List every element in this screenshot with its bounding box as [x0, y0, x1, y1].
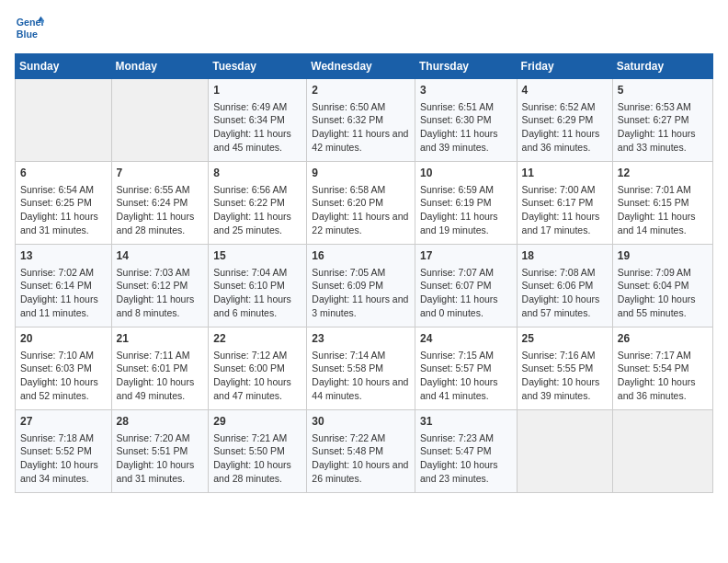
day-number: 7	[117, 166, 204, 181]
calendar-cell	[16, 79, 112, 162]
page-header: General Blue	[15, 15, 713, 44]
calendar-cell	[517, 410, 612, 493]
calendar-cell: 27Sunrise: 7:18 AMSunset: 5:52 PMDayligh…	[16, 410, 112, 493]
calendar-cell: 16Sunrise: 7:05 AMSunset: 6:09 PMDayligh…	[307, 245, 415, 327]
cell-content: Sunrise: 6:55 AMSunset: 6:24 PMDaylight:…	[117, 183, 204, 237]
cell-content: Sunrise: 7:15 AMSunset: 5:57 PMDaylight:…	[420, 349, 512, 403]
cell-content: Sunrise: 7:07 AMSunset: 6:07 PMDaylight:…	[420, 266, 512, 320]
weekday-header: Tuesday	[209, 54, 307, 79]
day-number: 12	[618, 166, 708, 181]
calendar-cell: 8Sunrise: 6:56 AMSunset: 6:22 PMDaylight…	[209, 162, 307, 245]
calendar-cell: 7Sunrise: 6:55 AMSunset: 6:24 PMDaylight…	[111, 162, 209, 245]
cell-content: Sunrise: 7:02 AMSunset: 6:14 PMDaylight:…	[20, 266, 107, 320]
calendar-cell: 30Sunrise: 7:22 AMSunset: 5:48 PMDayligh…	[307, 410, 415, 493]
cell-content: Sunrise: 6:49 AMSunset: 6:34 PMDaylight:…	[213, 100, 301, 155]
calendar-cell: 15Sunrise: 7:04 AMSunset: 6:10 PMDayligh…	[209, 245, 307, 327]
cell-content: Sunrise: 6:58 AMSunset: 6:20 PMDaylight:…	[312, 183, 410, 237]
calendar-cell: 23Sunrise: 7:14 AMSunset: 5:58 PMDayligh…	[307, 327, 415, 410]
cell-content: Sunrise: 6:52 AMSunset: 6:29 PMDaylight:…	[522, 100, 608, 155]
cell-content: Sunrise: 6:59 AMSunset: 6:19 PMDaylight:…	[420, 183, 512, 237]
cell-content: Sunrise: 6:50 AMSunset: 6:32 PMDaylight:…	[312, 100, 410, 155]
calendar-cell: 11Sunrise: 7:00 AMSunset: 6:17 PMDayligh…	[517, 162, 612, 245]
day-number: 23	[312, 331, 410, 347]
cell-content: Sunrise: 7:05 AMSunset: 6:09 PMDaylight:…	[312, 266, 410, 320]
cell-content: Sunrise: 7:03 AMSunset: 6:12 PMDaylight:…	[117, 266, 204, 320]
cell-content: Sunrise: 6:51 AMSunset: 6:30 PMDaylight:…	[420, 100, 512, 155]
calendar-cell: 20Sunrise: 7:10 AMSunset: 6:03 PMDayligh…	[16, 327, 112, 410]
day-number: 27	[20, 414, 107, 430]
calendar-cell: 31Sunrise: 7:23 AMSunset: 5:47 PMDayligh…	[415, 410, 517, 493]
day-number: 14	[117, 248, 204, 264]
calendar-cell: 4Sunrise: 6:52 AMSunset: 6:29 PMDaylight…	[517, 79, 612, 162]
calendar-table: SundayMondayTuesdayWednesdayThursdayFrid…	[15, 53, 713, 493]
day-number: 13	[20, 248, 107, 264]
calendar-header-row: SundayMondayTuesdayWednesdayThursdayFrid…	[16, 54, 713, 79]
calendar-cell: 6Sunrise: 6:54 AMSunset: 6:25 PMDaylight…	[16, 162, 112, 245]
weekday-header: Saturday	[612, 54, 712, 79]
day-number: 17	[420, 248, 512, 264]
calendar-cell: 18Sunrise: 7:08 AMSunset: 6:06 PMDayligh…	[517, 245, 612, 327]
logo-icon: General Blue	[15, 15, 44, 44]
day-number: 3	[420, 83, 512, 98]
calendar-week-row: 13Sunrise: 7:02 AMSunset: 6:14 PMDayligh…	[16, 245, 713, 327]
weekday-header: Wednesday	[307, 54, 415, 79]
cell-content: Sunrise: 7:21 AMSunset: 5:50 PMDaylight:…	[213, 431, 301, 486]
day-number: 9	[312, 166, 410, 181]
calendar-cell	[111, 79, 209, 162]
calendar-cell: 13Sunrise: 7:02 AMSunset: 6:14 PMDayligh…	[16, 245, 112, 327]
weekday-header: Sunday	[16, 54, 112, 79]
day-number: 10	[420, 166, 512, 181]
day-number: 20	[20, 331, 107, 347]
calendar-cell: 3Sunrise: 6:51 AMSunset: 6:30 PMDaylight…	[415, 79, 517, 162]
day-number: 18	[522, 248, 608, 264]
day-number: 19	[618, 248, 708, 264]
day-number: 6	[20, 166, 107, 181]
calendar-cell: 29Sunrise: 7:21 AMSunset: 5:50 PMDayligh…	[209, 410, 307, 493]
day-number: 21	[117, 331, 204, 347]
day-number: 2	[312, 83, 410, 98]
cell-content: Sunrise: 7:14 AMSunset: 5:58 PMDaylight:…	[312, 349, 410, 403]
logo: General Blue	[15, 15, 48, 44]
calendar-cell: 9Sunrise: 6:58 AMSunset: 6:20 PMDaylight…	[307, 162, 415, 245]
calendar-cell: 28Sunrise: 7:20 AMSunset: 5:51 PMDayligh…	[111, 410, 209, 493]
weekday-header: Monday	[111, 54, 209, 79]
calendar-cell: 21Sunrise: 7:11 AMSunset: 6:01 PMDayligh…	[111, 327, 209, 410]
day-number: 5	[618, 83, 708, 98]
day-number: 16	[312, 248, 410, 264]
cell-content: Sunrise: 7:12 AMSunset: 6:00 PMDaylight:…	[213, 349, 301, 403]
calendar-week-row: 27Sunrise: 7:18 AMSunset: 5:52 PMDayligh…	[16, 410, 713, 493]
calendar-week-row: 1Sunrise: 6:49 AMSunset: 6:34 PMDaylight…	[16, 79, 713, 162]
cell-content: Sunrise: 7:20 AMSunset: 5:51 PMDaylight:…	[117, 431, 204, 486]
calendar-cell: 25Sunrise: 7:16 AMSunset: 5:55 PMDayligh…	[517, 327, 612, 410]
cell-content: Sunrise: 7:08 AMSunset: 6:06 PMDaylight:…	[522, 266, 608, 320]
day-number: 31	[420, 414, 512, 430]
cell-content: Sunrise: 7:00 AMSunset: 6:17 PMDaylight:…	[522, 183, 608, 237]
cell-content: Sunrise: 6:56 AMSunset: 6:22 PMDaylight:…	[213, 183, 301, 237]
calendar-cell: 10Sunrise: 6:59 AMSunset: 6:19 PMDayligh…	[415, 162, 517, 245]
calendar-cell: 12Sunrise: 7:01 AMSunset: 6:15 PMDayligh…	[612, 162, 712, 245]
day-number: 25	[522, 331, 608, 347]
cell-content: Sunrise: 7:09 AMSunset: 6:04 PMDaylight:…	[618, 266, 708, 320]
calendar-cell: 19Sunrise: 7:09 AMSunset: 6:04 PMDayligh…	[612, 245, 712, 327]
cell-content: Sunrise: 6:54 AMSunset: 6:25 PMDaylight:…	[20, 183, 107, 237]
calendar-week-row: 6Sunrise: 6:54 AMSunset: 6:25 PMDaylight…	[16, 162, 713, 245]
day-number: 26	[618, 331, 708, 347]
calendar-cell: 22Sunrise: 7:12 AMSunset: 6:00 PMDayligh…	[209, 327, 307, 410]
day-number: 8	[213, 166, 301, 181]
cell-content: Sunrise: 7:01 AMSunset: 6:15 PMDaylight:…	[618, 183, 708, 237]
day-number: 22	[213, 331, 301, 347]
day-number: 15	[213, 248, 301, 264]
calendar-cell: 1Sunrise: 6:49 AMSunset: 6:34 PMDaylight…	[209, 79, 307, 162]
calendar-week-row: 20Sunrise: 7:10 AMSunset: 6:03 PMDayligh…	[16, 327, 713, 410]
day-number: 28	[117, 414, 204, 430]
day-number: 4	[522, 83, 608, 98]
svg-text:Blue: Blue	[17, 29, 38, 40]
cell-content: Sunrise: 7:23 AMSunset: 5:47 PMDaylight:…	[420, 431, 512, 486]
weekday-header: Thursday	[415, 54, 517, 79]
cell-content: Sunrise: 7:18 AMSunset: 5:52 PMDaylight:…	[20, 431, 107, 486]
calendar-cell	[612, 410, 712, 493]
calendar-cell: 26Sunrise: 7:17 AMSunset: 5:54 PMDayligh…	[612, 327, 712, 410]
cell-content: Sunrise: 7:04 AMSunset: 6:10 PMDaylight:…	[213, 266, 301, 320]
day-number: 11	[522, 166, 608, 181]
calendar-cell: 17Sunrise: 7:07 AMSunset: 6:07 PMDayligh…	[415, 245, 517, 327]
